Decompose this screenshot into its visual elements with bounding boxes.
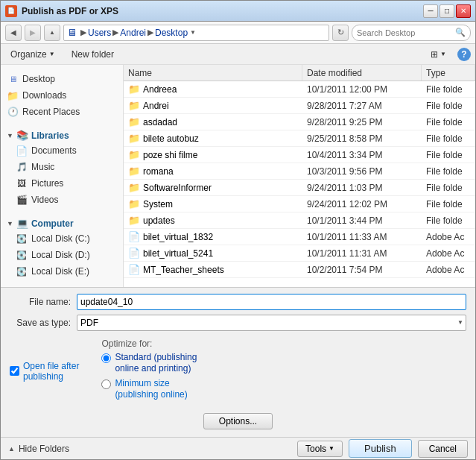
- sidebar-item-pictures[interactable]: 🖼 Pictures: [1, 175, 123, 192]
- breadcrumb-andrei[interactable]: Andrei: [120, 28, 146, 38]
- file-name-cell: 📁 updates: [125, 215, 304, 226]
- col-header-name[interactable]: Name: [124, 65, 302, 81]
- folder-icon: 📁: [128, 182, 140, 193]
- cancel-button[interactable]: Cancel: [418, 440, 468, 458]
- folder-icon: 📁: [128, 84, 140, 95]
- maximize-button[interactable]: □: [439, 4, 454, 18]
- radio-standard[interactable]: [101, 353, 111, 363]
- options-button[interactable]: Options...: [203, 413, 273, 429]
- hide-folders-button[interactable]: ▲ Hide Folders: [8, 444, 69, 454]
- pictures-icon: 🖼: [16, 177, 28, 189]
- file-row[interactable]: 📁 SoftwareInformer 9/24/2011 1:03 PM Fil…: [124, 180, 475, 196]
- open-after-checkbox[interactable]: [10, 366, 19, 376]
- filename-input[interactable]: [77, 294, 466, 310]
- col-header-date[interactable]: Date modified: [302, 65, 422, 81]
- file-type-cell: Adobe Ac: [423, 265, 474, 275]
- file-date-cell: 10/1/2011 11:33 AM: [304, 232, 423, 242]
- computer-icon: 💻: [16, 218, 28, 229]
- file-row[interactable]: 📁 Andreea 10/1/2011 12:00 PM File folde: [124, 81, 475, 98]
- pdf-icon: 📄: [128, 264, 140, 275]
- sidebar-header-libraries[interactable]: ▼ 📚 Libraries: [1, 126, 123, 142]
- file-date-cell: 10/1/2011 12:00 PM: [304, 84, 423, 95]
- back-button[interactable]: ◀: [5, 25, 22, 41]
- breadcrumb-desktop[interactable]: Desktop: [155, 28, 188, 38]
- up-button[interactable]: ▲: [44, 25, 60, 41]
- window-title: Publish as PDF or XPS: [22, 6, 423, 16]
- breadcrumb-dropdown[interactable]: ▼: [188, 28, 198, 38]
- radio-minimum[interactable]: [101, 379, 111, 389]
- file-list-header: Name Date modified Type: [124, 65, 475, 81]
- search-box[interactable]: 🔍: [352, 25, 471, 41]
- recent-icon: 🕐: [7, 106, 19, 118]
- file-date-cell: 9/25/2011 8:58 PM: [304, 133, 423, 144]
- sidebar-item-local-e[interactable]: 💽 Local Disk (E:): [1, 263, 123, 280]
- sidebar-item-local-d[interactable]: 💽 Local Disk (D:): [1, 247, 123, 263]
- file-row[interactable]: 📁 poze shi filme 10/4/2011 3:34 PM File …: [124, 147, 475, 163]
- file-type-cell: File folde: [423, 166, 474, 177]
- file-type-cell: Adobe Ac: [423, 232, 474, 242]
- tools-button[interactable]: Tools ▼: [297, 441, 343, 457]
- filename-row: File name:: [10, 294, 466, 310]
- sidebar-item-local-c[interactable]: 💽 Local Disk (C:): [1, 230, 123, 247]
- minimize-button[interactable]: ─: [423, 4, 438, 18]
- folder-icon: 📁: [128, 149, 140, 160]
- search-input[interactable]: [357, 28, 455, 37]
- breadcrumb-users[interactable]: Users: [88, 28, 111, 38]
- file-date-cell: 9/24/2011 12:02 PM: [304, 199, 423, 209]
- file-row[interactable]: 📁 asdadad 9/28/2011 9:25 PM File folde: [124, 114, 475, 130]
- folder-icon: 📁: [128, 116, 140, 127]
- documents-icon: 📄: [16, 145, 28, 157]
- breadcrumb[interactable]: 🖥 ▶ Users ▶ Andrei ▶ Desktop ▼: [63, 25, 329, 41]
- radio-minimum-label[interactable]: Minimum size(publishing online): [115, 378, 187, 401]
- sidebar-item-documents[interactable]: 📄 Documents: [1, 142, 123, 159]
- hdd-e-icon: 💽: [16, 265, 28, 277]
- search-icon: 🔍: [455, 28, 466, 37]
- file-list: Name Date modified Type 📁 Andreea 10/1/2…: [124, 65, 475, 287]
- computer-collapse-icon: ▼: [7, 220, 13, 227]
- file-name-cell: 📁 Andreea: [125, 84, 304, 95]
- sidebar-item-videos[interactable]: 🎬 Videos: [1, 192, 123, 208]
- sidebar-item-desktop[interactable]: 🖥 Desktop: [1, 71, 123, 87]
- filename-label: File name:: [10, 297, 77, 307]
- forward-button[interactable]: ▶: [25, 25, 41, 41]
- sidebar-item-music[interactable]: 🎵 Music: [1, 159, 123, 175]
- content-area: 🖥 Desktop 📁 Downloads 🕐 Recent Places ▼ …: [1, 65, 475, 287]
- window-controls: ─ □ ✕: [423, 4, 471, 18]
- view-toggle[interactable]: ⊞ ▼: [425, 47, 451, 62]
- new-folder-button[interactable]: New folder: [66, 47, 119, 62]
- file-row[interactable]: 📁 updates 10/1/2011 3:44 PM File folde: [124, 212, 475, 229]
- file-type-cell: File folde: [423, 150, 474, 160]
- open-after-label[interactable]: Open file afterpublishing: [23, 361, 79, 382]
- close-button[interactable]: ✕: [456, 4, 471, 18]
- file-row[interactable]: 📁 romana 10/3/2011 9:56 PM File folde: [124, 163, 475, 180]
- refresh-button[interactable]: ↻: [332, 25, 349, 41]
- folder-icon: 📁: [128, 133, 140, 144]
- sidebar-item-downloads[interactable]: 📁 Downloads: [1, 87, 123, 104]
- sidebar-item-recent[interactable]: 🕐 Recent Places: [1, 104, 123, 120]
- tools-dropdown-icon: ▼: [329, 445, 334, 452]
- hdd-c-icon: 💽: [16, 233, 28, 245]
- savetype-row: Save as type: PDFXPS Document ▼: [10, 315, 466, 331]
- sidebar-header-computer[interactable]: ▼ 💻 Computer: [1, 214, 123, 230]
- help-button[interactable]: ?: [457, 48, 471, 61]
- file-row[interactable]: 📄 MT_Teacher_sheets 10/2/2011 7:54 PM Ad…: [124, 262, 475, 278]
- col-header-type[interactable]: Type: [422, 65, 475, 81]
- savetype-select[interactable]: PDFXPS Document: [77, 315, 466, 331]
- file-row[interactable]: 📁 System 9/24/2011 12:02 PM File folde: [124, 196, 475, 212]
- address-bar: ◀ ▶ ▲ 🖥 ▶ Users ▶ Andrei ▶ Desktop ▼ ↻ 🔍: [1, 22, 475, 44]
- file-name-cell: 📁 Andrei: [125, 100, 304, 111]
- publish-button[interactable]: Publish: [349, 439, 412, 458]
- file-name-cell: 📄 MT_Teacher_sheets: [125, 264, 304, 275]
- file-row[interactable]: 📁 Andrei 9/28/2011 7:27 AM File folde: [124, 98, 475, 114]
- views-button[interactable]: ⊞ ▼: [425, 47, 451, 62]
- organize-button[interactable]: Organize ▼: [5, 47, 60, 62]
- radio-standard-label[interactable]: Standard (publishingonline and printing): [115, 352, 197, 375]
- music-icon: 🎵: [16, 161, 28, 173]
- file-row[interactable]: 📁 bilete autobuz 9/25/2011 8:58 PM File …: [124, 130, 475, 147]
- hdd-d-icon: 💽: [16, 249, 28, 261]
- file-date-cell: 9/28/2011 7:27 AM: [304, 101, 423, 111]
- file-row[interactable]: 📄 bilet_virtual_5241 10/1/2011 11:31 AM …: [124, 245, 475, 262]
- pdf-icon: 📄: [128, 231, 140, 242]
- savetype-wrapper: PDFXPS Document ▼: [77, 315, 466, 331]
- file-row[interactable]: 📄 bilet_virtual_1832 10/1/2011 11:33 AM …: [124, 229, 475, 245]
